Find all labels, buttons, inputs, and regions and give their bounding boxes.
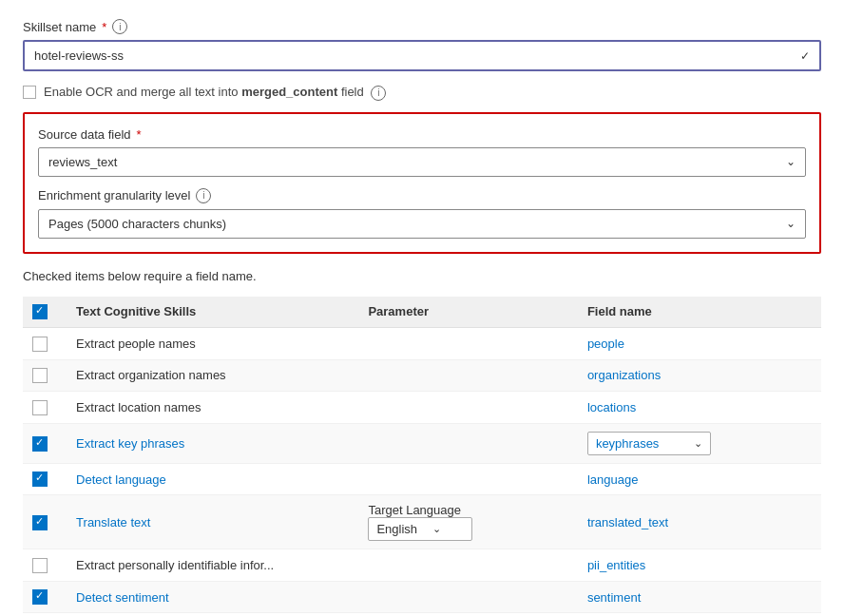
skill-param	[358, 463, 577, 495]
skill-checkbox[interactable]	[32, 589, 48, 605]
field-name-input[interactable]: keyphrases⌄	[587, 432, 711, 455]
skill-param	[358, 359, 577, 392]
skill-name: Extract personally identifiable infor...	[67, 549, 358, 582]
skill-name: Extract organization names	[67, 359, 358, 392]
table-row: Detect languagelanguage	[23, 463, 821, 495]
table-row: Translate textTarget Language English⌄tr…	[23, 495, 821, 549]
skill-checkbox[interactable]	[32, 472, 48, 487]
ocr-field-name: merged_content	[241, 85, 337, 99]
skillset-name-chevron-icon: ✓	[800, 49, 810, 63]
skill-field-name: organizations	[578, 359, 821, 392]
ocr-label: Enable OCR and merge all text into merge…	[44, 85, 386, 101]
skill-checkbox[interactable]	[32, 558, 48, 573]
field-name-text: locations	[587, 400, 636, 414]
granularity-chevron-icon: ⌄	[786, 217, 796, 230]
table-row: Extract key phraseskeyphrases⌄	[23, 423, 821, 463]
skill-name: Extract key phrases	[67, 423, 358, 463]
skill-name: Extract location names	[67, 392, 358, 424]
skillset-name-info-icon[interactable]: i	[112, 19, 127, 34]
skill-name: Detect sentiment	[67, 581, 358, 613]
col-skill-header: Text Cognitive Skills	[67, 297, 358, 328]
skill-checkbox[interactable]	[32, 337, 48, 352]
skill-field-name: keyphrases⌄	[578, 423, 821, 463]
table-row: Detect sentimentsentiment	[23, 581, 821, 613]
skill-field-name: translated_text	[578, 495, 821, 549]
field-name-chevron-icon: ⌄	[694, 437, 702, 450]
skillset-name-input[interactable]: hotel-reviews-ss ✓	[23, 40, 821, 71]
target-language-value: English	[376, 522, 417, 536]
skill-param	[358, 423, 577, 463]
table-row: Extract personally identifiable infor...…	[23, 549, 821, 582]
col-check-header	[23, 297, 67, 328]
skill-param	[358, 549, 577, 582]
skill-field-name: locations	[578, 392, 821, 424]
ocr-info-icon[interactable]: i	[371, 86, 386, 101]
source-section: Source data field * reviews_text ⌄ Enric…	[23, 112, 821, 254]
section-note: Checked items below require a field name…	[23, 269, 821, 283]
field-name-text: sentiment	[587, 590, 641, 605]
skill-name: Detect language	[67, 463, 358, 495]
col-field-header: Field name	[578, 297, 821, 328]
skill-field-name: language	[578, 463, 821, 495]
col-param-header: Parameter	[358, 297, 577, 328]
granularity-info-icon[interactable]: i	[196, 188, 211, 203]
target-language-chevron-icon: ⌄	[432, 523, 441, 535]
skill-field-name: sentiment	[578, 581, 821, 613]
skill-param: Target Language English⌄	[358, 495, 577, 549]
skill-checkbox[interactable]	[32, 515, 48, 530]
table-row: Extract organization namesorganizations	[23, 359, 821, 392]
field-name-text: organizations	[587, 368, 661, 382]
param-label: Target Language	[368, 503, 461, 517]
target-language-select[interactable]: English⌄	[368, 517, 472, 541]
ocr-checkbox[interactable]	[23, 86, 36, 99]
skill-param	[358, 581, 577, 613]
field-name-text: language	[587, 472, 639, 487]
field-name-text: pii_entities	[587, 558, 645, 572]
skill-checkbox[interactable]	[32, 436, 48, 452]
skill-param	[358, 392, 577, 424]
field-name-text: translated_text	[587, 515, 668, 529]
skill-name: Translate text	[67, 495, 358, 549]
select-all-checkbox[interactable]	[32, 304, 48, 319]
skill-name: Extract people names	[67, 328, 358, 360]
skill-field-name: people	[578, 328, 821, 360]
skill-checkbox[interactable]	[32, 400, 48, 415]
granularity-label: Enrichment granularity level i	[38, 188, 806, 203]
ocr-checkbox-row: Enable OCR and merge all text into merge…	[23, 85, 821, 101]
source-data-select[interactable]: reviews_text ⌄	[38, 147, 806, 177]
field-name-value: keyphrases	[596, 436, 659, 451]
skill-param	[358, 328, 577, 360]
skill-checkbox[interactable]	[32, 368, 48, 383]
table-row: Extract people namespeople	[23, 328, 821, 360]
source-data-chevron-icon: ⌄	[786, 155, 796, 168]
skillset-name-label: Skillset name * i	[23, 19, 821, 34]
field-name-text: people	[587, 337, 624, 351]
table-row: Extract location nameslocations	[23, 392, 821, 424]
skill-field-name: pii_entities	[578, 549, 821, 582]
skills-table: Text Cognitive Skills Parameter Field na…	[23, 297, 821, 614]
source-data-label: Source data field *	[38, 127, 806, 142]
granularity-select[interactable]: Pages (5000 characters chunks) ⌄	[38, 209, 806, 239]
